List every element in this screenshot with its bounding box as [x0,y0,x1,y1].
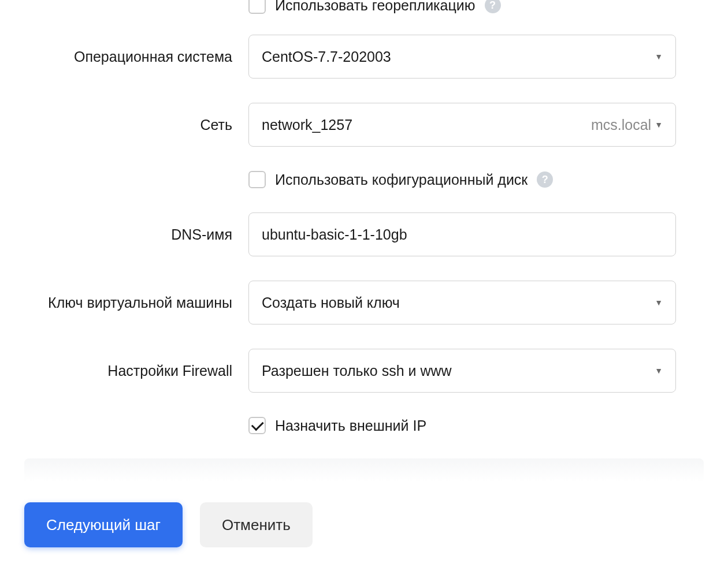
network-label: Сеть [24,117,248,133]
dns-name-input[interactable]: ubuntu-basic-1-1-10gb [248,212,676,256]
help-icon[interactable]: ? [537,171,553,188]
chevron-down-icon: ▼ [655,366,663,375]
cancel-button[interactable]: Отменить [200,502,313,547]
next-step-button[interactable]: Следующий шаг [24,502,183,547]
dns-name-label: DNS-имя [24,226,248,243]
network-select[interactable]: network_1257 mcs.local ▼ [248,103,676,147]
config-disk-label: Использовать кофигурационный диск [275,171,528,188]
chevron-down-icon: ▼ [655,298,663,307]
firewall-select[interactable]: Разрешен только ssh и www ▼ [248,349,676,393]
network-suffix: mcs.local [591,117,651,133]
firewall-value: Разрешен только ssh и www [262,363,452,379]
chevron-down-icon: ▼ [655,52,663,61]
external-ip-checkbox[interactable] [248,417,266,434]
os-value: CentOS-7.7-202003 [262,48,391,65]
config-disk-checkbox[interactable] [248,171,266,188]
georeplication-label: Использовать георепликацию [275,0,476,14]
os-select[interactable]: CentOS-7.7-202003 ▼ [248,35,676,79]
georeplication-checkbox[interactable] [248,0,266,14]
external-ip-label: Назначить внешний IP [275,417,426,434]
vm-key-value: Создать новый ключ [262,294,400,311]
os-label: Операционная система [24,48,248,65]
footer-divider [24,458,704,482]
firewall-label: Настройки Firewall [24,363,248,379]
vm-key-select[interactable]: Создать новый ключ ▼ [248,281,676,324]
dns-name-value: ubuntu-basic-1-1-10gb [262,226,407,243]
chevron-down-icon: ▼ [655,120,663,129]
vm-key-label: Ключ виртуальной машины [24,294,248,311]
help-icon[interactable]: ? [485,0,501,13]
network-value: network_1257 [262,117,352,133]
